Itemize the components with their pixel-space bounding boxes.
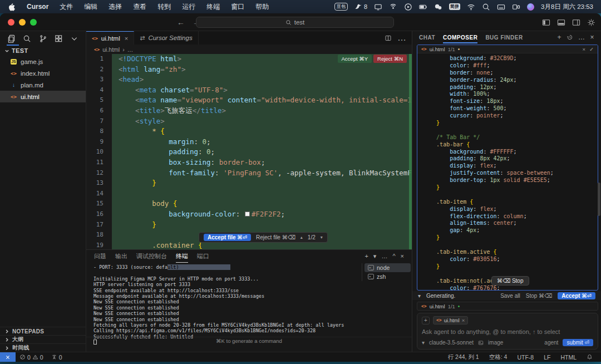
menu-item-app[interactable]: Cursor: [21, 3, 54, 11]
input-method-badge[interactable]: 简拼: [449, 3, 460, 10]
section-notepads[interactable]: NOTEPADS: [0, 327, 86, 335]
prev-diff-icon[interactable]: ▴: [300, 235, 303, 240]
accept-diff-button[interactable]: Accept ⌘Y: [338, 55, 372, 63]
new-terminal-icon[interactable]: +: [364, 253, 368, 259]
close-tab-icon[interactable]: ×: [125, 35, 128, 42]
menu-item-view[interactable]: 查看: [127, 2, 152, 12]
panel-scrollbar[interactable]: [598, 183, 600, 216]
stage-manager-icon[interactable]: [512, 3, 520, 11]
submit-button[interactable]: submit ⏎: [563, 339, 593, 346]
model-dropdown-chevron[interactable]: ▾: [422, 340, 425, 346]
history-icon[interactable]: [566, 34, 573, 41]
cursor-position[interactable]: 行 244, 列 1: [444, 353, 483, 361]
menu-clock[interactable]: 3月8日 周六 23:53: [541, 3, 593, 11]
menu-item-window[interactable]: 窗口: [225, 2, 250, 12]
remove-chip-icon[interactable]: ×: [462, 317, 465, 323]
bird-notification-icon[interactable]: 8: [354, 3, 367, 11]
panel-tab-debug-console[interactable]: 调试控制台: [136, 252, 167, 260]
zoom-window-button[interactable]: [30, 19, 37, 26]
reject-file-button[interactable]: Reject file ⌘⌫: [256, 234, 295, 240]
tab-chat[interactable]: CHAT: [419, 35, 435, 41]
image-button[interactable]: image: [488, 340, 503, 346]
airdrop-icon[interactable]: [389, 3, 397, 11]
notifications-bell[interactable]: [583, 354, 597, 360]
nav-back-button[interactable]: ←: [177, 18, 185, 27]
tab-composer[interactable]: COMPOSER: [443, 35, 477, 43]
terminal-session-zsh[interactable]: >_ zsh: [364, 272, 411, 281]
doubao-badge-icon[interactable]: 豆包: [334, 3, 348, 11]
context-chip-ui-html[interactable]: <> ui.html ×: [433, 316, 468, 324]
indentation[interactable]: 空格: 4: [485, 353, 511, 361]
reject-diff-button[interactable]: Reject ⌘N: [373, 55, 407, 63]
composer-input[interactable]: + <> ui.html × Ask agent to do anything,…: [417, 313, 598, 350]
stop-generation-tooltip[interactable]: ⌘⌫ Stop: [491, 276, 529, 286]
search-view-icon[interactable]: [21, 32, 33, 45]
breadcrumb[interactable]: <> ui.html › …: [86, 45, 412, 54]
accept-all-button[interactable]: Accept ⌘⏎: [558, 292, 595, 299]
composer-code-lines[interactable]: background: #32CB9D; color: #fff; border…: [417, 53, 598, 291]
spotlight-search-icon[interactable]: [482, 3, 490, 11]
terminal-body[interactable]: - PORT: 3333 (source: default) Initializ…: [86, 262, 412, 345]
eol-type[interactable]: LF: [540, 354, 554, 361]
image-icon[interactable]: [478, 340, 484, 346]
panel-tab-output[interactable]: 输出: [115, 252, 127, 260]
toggle-panel-icon[interactable]: [557, 18, 565, 27]
explorer-icon[interactable]: [6, 32, 17, 45]
accept-block-icon[interactable]: ✓: [589, 46, 594, 52]
file-item-game-js[interactable]: JS game.js: [0, 56, 86, 67]
tab-bug-finder[interactable]: BUG FINDER: [485, 35, 523, 41]
apple-menu-icon[interactable]: [8, 3, 21, 11]
menu-item-selection[interactable]: 选择: [103, 2, 127, 12]
changed-file-row[interactable]: <> ui.html 1/1 •: [417, 302, 598, 311]
panel-tab-ports[interactable]: 端口: [197, 252, 209, 260]
terminal-session-node[interactable]: >_ node: [364, 263, 411, 272]
ports-status[interactable]: 0: [47, 354, 66, 361]
new-chat-icon[interactable]: +: [557, 33, 561, 41]
menu-item-edit[interactable]: 编辑: [78, 2, 103, 12]
terminal-dropdown-icon[interactable]: ▾: [373, 253, 377, 260]
panel-more-icon[interactable]: …: [381, 253, 387, 259]
command-center-search[interactable]: test: [196, 17, 394, 28]
settings-gear-icon[interactable]: [587, 18, 595, 27]
panel-tab-terminal[interactable]: 终端: [176, 252, 188, 263]
close-pane-icon[interactable]: ×: [590, 33, 594, 41]
source-control-icon[interactable]: [37, 32, 48, 45]
collapse-chevron-icon[interactable]: ▾: [418, 293, 421, 299]
toggle-primary-sidebar-icon[interactable]: [542, 18, 550, 27]
file-item-index-html[interactable]: <> index.html: [0, 67, 86, 79]
remote-indicator[interactable]: [0, 352, 16, 362]
editor-code-lines[interactable]: 1<!DOCTYPE html>2<html lang="zh">3<head>…: [86, 54, 412, 249]
menu-item-go[interactable]: 转到: [152, 2, 176, 12]
input-placeholder[interactable]: Ask agent to do anything, @ to mention, …: [422, 328, 593, 335]
explorer-section-header[interactable]: TEST: [0, 46, 86, 56]
section-timeline[interactable]: 时间线: [0, 343, 86, 352]
close-panel-icon[interactable]: ×: [401, 253, 404, 259]
pane-more-icon[interactable]: …: [578, 33, 585, 41]
problems-status[interactable]: 0 0: [16, 354, 47, 361]
menu-item-file[interactable]: 文件: [54, 2, 78, 12]
code-block-header[interactable]: <> ui.html 1/1 • × ✓: [417, 45, 598, 53]
split-editor-icon[interactable]: [385, 35, 392, 42]
toggle-secondary-sidebar-icon[interactable]: [572, 18, 580, 27]
menu-item-help[interactable]: 帮助: [250, 2, 274, 12]
wifi-icon[interactable]: [467, 3, 475, 11]
section-outline[interactable]: 大纲: [0, 335, 86, 343]
file-item-plan-md[interactable]: ↓ plan.md: [0, 79, 86, 91]
breadcrumb-file[interactable]: ui.html: [102, 46, 120, 53]
reject-block-icon[interactable]: ×: [582, 46, 585, 52]
model-selector[interactable]: claude-3.5-sonnet: [429, 340, 474, 346]
wechat-icon[interactable]: [434, 3, 442, 11]
more-views-chevron-icon[interactable]: [68, 32, 80, 45]
tab-ui-html[interactable]: <> ui.html ×: [86, 31, 134, 45]
close-window-button[interactable]: [8, 19, 14, 26]
save-all-button[interactable]: Save all: [500, 293, 520, 299]
minimize-window-button[interactable]: [19, 19, 26, 26]
display-icon[interactable]: [374, 3, 382, 11]
siri-icon[interactable]: [527, 3, 534, 11]
breadcrumb-more[interactable]: …: [127, 46, 134, 53]
stop-button[interactable]: Stop ⌘⌫: [526, 293, 553, 299]
encoding[interactable]: UTF-8: [513, 354, 538, 361]
menu-item-run[interactable]: 运行: [176, 2, 201, 12]
extensions-icon[interactable]: [53, 32, 65, 45]
add-context-button[interactable]: +: [422, 317, 430, 324]
